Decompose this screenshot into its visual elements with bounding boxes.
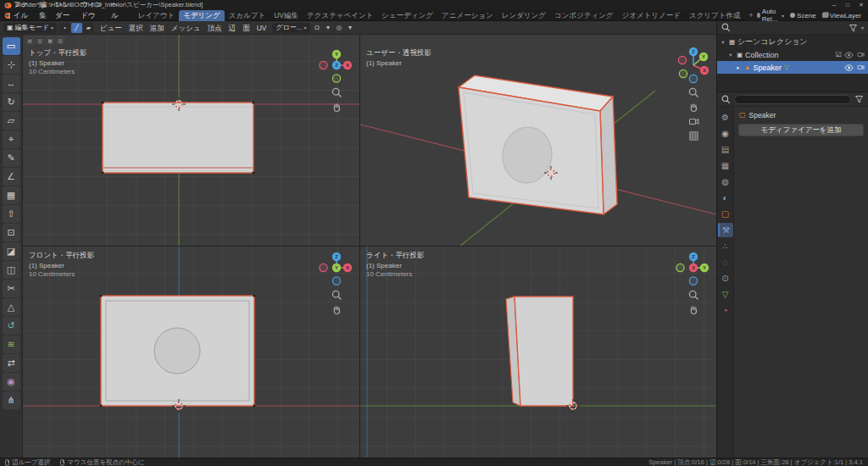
workspace-tab[interactable]: +: [744, 10, 757, 21]
header-extra-icon-4[interactable]: ▧: [56, 36, 64, 44]
search-icon[interactable]: [721, 23, 731, 32]
workspace-tab[interactable]: テクスチャペイント: [303, 10, 377, 21]
workspace-tab[interactable]: UV編集: [270, 10, 303, 21]
camera-view-icon[interactable]: [688, 116, 699, 127]
header-menu[interactable]: メッシュ: [168, 21, 204, 35]
exclude-checkbox[interactable]: ☑: [836, 51, 842, 58]
tool-spin[interactable]: ↺: [3, 317, 20, 335]
tab-object[interactable]: ▢: [718, 207, 733, 221]
visibility-eye-icon[interactable]: [844, 52, 854, 58]
viewport-front[interactable]: フロント・平行投影 (1) Speaker 10 Centimeters Z X…: [23, 247, 360, 458]
tab-render[interactable]: ◉: [718, 126, 733, 141]
header-menu[interactable]: 辺: [225, 21, 240, 35]
chevron-down-icon[interactable]: ▾: [861, 25, 864, 31]
view-layer-selector[interactable]: ViewLayer: [822, 12, 861, 19]
tab-particles[interactable]: ∴: [718, 239, 733, 253]
navigation-gizmo[interactable]: Y X Z: [318, 47, 355, 84]
face-select-button[interactable]: ▰: [83, 23, 94, 33]
tool-inset-faces[interactable]: ⊡: [3, 224, 20, 241]
disclosure-icon[interactable]: ▾: [727, 52, 734, 58]
tool-poly-build[interactable]: △: [3, 298, 20, 316]
header-extra-icon-1[interactable]: ▤: [25, 36, 34, 44]
tool-select-box[interactable]: ▭: [3, 37, 20, 55]
snap-options-dropdown[interactable]: ▾: [324, 23, 333, 33]
zoom-icon[interactable]: [688, 290, 699, 301]
workspace-tab[interactable]: コンポジティング: [550, 10, 618, 21]
edge-select-button[interactable]: ╱: [71, 23, 82, 33]
tab-scene[interactable]: ◍: [718, 175, 733, 189]
navigation-gizmo[interactable]: Z X Y: [675, 47, 712, 84]
tab-object-data[interactable]: ▽: [718, 287, 733, 302]
disclosure-icon[interactable]: ▸: [735, 64, 742, 71]
header-menu[interactable]: ビュー: [97, 21, 125, 35]
workspace-tab[interactable]: アニメーション: [437, 10, 498, 21]
viewport-user[interactable]: ユーザー・透視投影 (1) Speaker Z X Y: [360, 35, 716, 247]
filter-icon[interactable]: [849, 24, 858, 32]
snap-magnet-icon[interactable]: Ω: [313, 23, 322, 33]
ortho-grid-icon[interactable]: [688, 130, 699, 141]
tool-knife[interactable]: ✂: [3, 280, 20, 297]
tool-add-cube[interactable]: ▦: [3, 186, 20, 204]
navigation-gizmo[interactable]: Z X Y: [318, 249, 355, 286]
filter-icon[interactable]: [854, 95, 864, 103]
header-extra-icon-2[interactable]: ▥: [36, 36, 44, 44]
workspace-tab[interactable]: シェーディング: [377, 10, 437, 21]
tool-bevel[interactable]: ◪: [3, 242, 20, 260]
navigation-gizmo[interactable]: Z Y X: [675, 249, 712, 286]
vertex-select-button[interactable]: •: [59, 23, 70, 33]
tool-loop-cut[interactable]: ◫: [3, 261, 20, 279]
tool-smooth[interactable]: ≋: [3, 336, 20, 353]
tab-physics[interactable]: ◌: [718, 255, 733, 269]
header-menu[interactable]: UV: [253, 21, 270, 35]
header-extra-icon-3[interactable]: ▦: [46, 36, 54, 44]
tool-move[interactable]: ↔: [3, 75, 20, 92]
properties-search-input[interactable]: [734, 95, 851, 104]
pan-hand-icon[interactable]: [331, 102, 342, 113]
tool-measure[interactable]: ∠: [3, 168, 20, 186]
workspace-tab[interactable]: スクリプト作成: [685, 10, 745, 21]
tab-view-layer[interactable]: ▦: [718, 158, 733, 173]
header-menu[interactable]: 面: [239, 21, 253, 35]
zoom-icon[interactable]: [688, 87, 699, 98]
pan-hand-icon[interactable]: [688, 304, 699, 315]
workspace-tab[interactable]: モデリング: [179, 10, 225, 21]
header-menu[interactable]: 追加: [147, 21, 168, 35]
outliner-row-scene-collection[interactable]: ▾ ▦ シーンコレクション: [717, 36, 868, 48]
tool-cursor[interactable]: ⊹: [3, 56, 20, 74]
tab-output[interactable]: ▤: [718, 142, 733, 157]
visibility-eye-icon[interactable]: [844, 64, 854, 71]
tool-scale[interactable]: ▱: [3, 112, 20, 130]
proportional-falloff-dropdown[interactable]: ▾: [346, 23, 355, 33]
workspace-tab[interactable]: ジオメトリノード: [618, 10, 685, 21]
transform-orientation-dropdown[interactable]: グロー... ▾: [272, 23, 309, 33]
tab-world[interactable]: ◐: [718, 191, 733, 205]
render-camera-icon[interactable]: [856, 51, 865, 58]
blender-menu-icon[interactable]: [3, 12, 10, 19]
tab-tool[interactable]: ⚙: [718, 110, 733, 125]
viewport-top[interactable]: ▤▥▦▧ トップ・平行投影 (1) Speaker 10 C: [23, 35, 360, 247]
tab-constraints[interactable]: ⊙: [718, 271, 733, 286]
outliner-row-collection[interactable]: ▾ ▣ Collection ☑: [717, 48, 868, 61]
workspace-tab[interactable]: スカルプト: [225, 10, 270, 21]
tool-shrink-fatten[interactable]: ◉: [3, 373, 20, 391]
tab-material[interactable]: ◔: [718, 303, 733, 318]
proportional-editing-icon[interactable]: ◎: [335, 23, 344, 33]
scene-selector[interactable]: Scene: [790, 12, 816, 19]
pan-hand-icon[interactable]: [688, 102, 699, 113]
outliner-row-speaker[interactable]: ▸ ▲ Speaker ▽: [717, 61, 868, 74]
tool-extrude-region[interactable]: ⇧: [3, 205, 20, 223]
mode-selector[interactable]: ▣ 編集モード ▾: [3, 23, 57, 33]
pan-hand-icon[interactable]: [331, 304, 342, 315]
tool-rotate[interactable]: ↻: [3, 93, 20, 111]
viewport-right[interactable]: ライト・平行投影 (1) Speaker 10 Centimeters Z Y …: [360, 247, 716, 458]
disclosure-icon[interactable]: ▾: [720, 39, 726, 46]
zoom-icon[interactable]: [331, 290, 342, 301]
header-menu[interactable]: 選択: [125, 21, 147, 35]
render-camera-icon[interactable]: [856, 64, 865, 71]
tool-edge-slide[interactable]: ⇄: [3, 354, 20, 372]
tab-modifiers[interactable]: ⚒: [718, 223, 733, 237]
workspace-tab[interactable]: レイアウト: [134, 10, 180, 21]
workspace-tab[interactable]: レンダリング: [498, 10, 550, 21]
header-menu[interactable]: 頂点: [204, 21, 225, 35]
zoom-icon[interactable]: [331, 87, 342, 98]
